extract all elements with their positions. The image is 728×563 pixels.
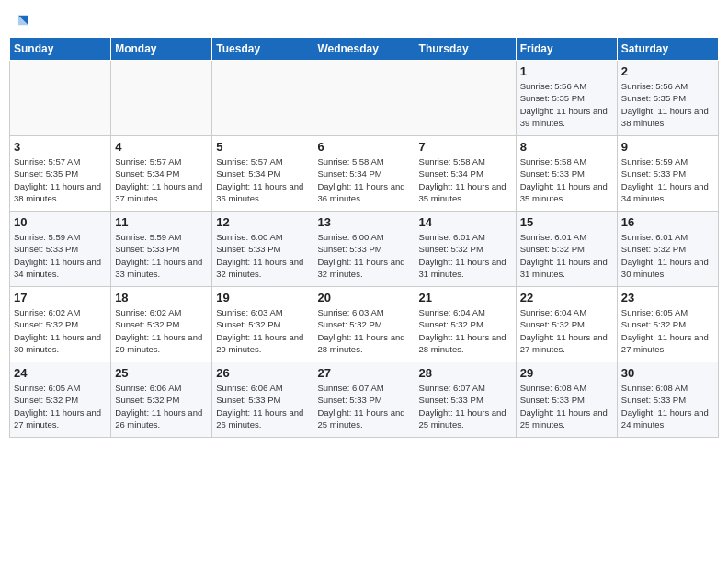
header-wednesday: Wednesday [313,38,415,61]
day-number: 8 [520,140,613,154]
day-info: Sunrise: 5:58 AM Sunset: 5:33 PM Dayligh… [520,155,613,204]
day-info: Sunrise: 6:01 AM Sunset: 5:32 PM Dayligh… [419,231,512,280]
calendar-cell: 16Sunrise: 6:01 AM Sunset: 5:32 PM Dayli… [617,212,718,287]
day-number: 12 [216,215,309,229]
day-number: 27 [317,366,410,380]
day-number: 22 [520,291,613,304]
day-number: 11 [115,215,208,229]
calendar-cell [111,61,212,136]
day-info: Sunrise: 5:59 AM Sunset: 5:33 PM Dayligh… [621,155,714,204]
calendar-cell [313,61,415,136]
day-info: Sunrise: 6:03 AM Sunset: 5:32 PM Dayligh… [317,306,410,355]
calendar-table: SundayMondayTuesdayWednesdayThursdayFrid… [9,37,719,438]
header-tuesday: Tuesday [212,38,313,61]
day-info: Sunrise: 6:02 AM Sunset: 5:32 PM Dayligh… [115,306,208,355]
calendar-cell: 4Sunrise: 5:57 AM Sunset: 5:34 PM Daylig… [111,136,212,212]
calendar-cell: 9Sunrise: 5:59 AM Sunset: 5:33 PM Daylig… [617,136,718,212]
calendar-cell: 14Sunrise: 6:01 AM Sunset: 5:32 PM Dayli… [415,212,516,287]
day-number: 7 [419,140,512,154]
day-number: 10 [14,215,107,229]
day-info: Sunrise: 6:06 AM Sunset: 5:33 PM Dayligh… [216,382,309,431]
day-number: 2 [621,64,714,78]
calendar-cell: 19Sunrise: 6:03 AM Sunset: 5:32 PM Dayli… [212,287,313,362]
day-info: Sunrise: 6:06 AM Sunset: 5:32 PM Dayligh… [115,382,208,431]
calendar-cell [415,61,516,136]
day-info: Sunrise: 5:56 AM Sunset: 5:35 PM Dayligh… [621,80,714,129]
day-info: Sunrise: 6:04 AM Sunset: 5:32 PM Dayligh… [419,306,512,355]
day-number: 5 [216,140,309,154]
calendar-cell: 13Sunrise: 6:00 AM Sunset: 5:33 PM Dayli… [313,212,415,287]
day-info: Sunrise: 5:56 AM Sunset: 5:35 PM Dayligh… [520,80,613,129]
calendar-cell: 20Sunrise: 6:03 AM Sunset: 5:32 PM Dayli… [313,287,415,362]
week-row-5: 24Sunrise: 6:05 AM Sunset: 5:32 PM Dayli… [10,362,719,438]
calendar-cell: 25Sunrise: 6:06 AM Sunset: 5:32 PM Dayli… [111,362,212,438]
day-info: Sunrise: 6:02 AM Sunset: 5:32 PM Dayligh… [14,306,107,355]
day-number: 15 [520,215,613,229]
calendar-cell: 2Sunrise: 5:56 AM Sunset: 5:35 PM Daylig… [617,61,718,136]
calendar-cell: 22Sunrise: 6:04 AM Sunset: 5:32 PM Dayli… [516,287,617,362]
day-info: Sunrise: 6:04 AM Sunset: 5:32 PM Dayligh… [520,306,613,355]
day-number: 9 [621,140,714,154]
calendar-cell: 27Sunrise: 6:07 AM Sunset: 5:33 PM Dayli… [313,362,415,438]
day-info: Sunrise: 6:08 AM Sunset: 5:33 PM Dayligh… [520,382,613,431]
header-sunday: Sunday [10,38,111,61]
day-info: Sunrise: 5:58 AM Sunset: 5:34 PM Dayligh… [317,155,410,204]
day-number: 3 [14,140,107,154]
day-number: 28 [419,366,512,380]
calendar-cell: 23Sunrise: 6:05 AM Sunset: 5:32 PM Dayli… [617,287,718,362]
logo [9,9,29,31]
day-number: 20 [317,291,410,304]
calendar-cell: 11Sunrise: 5:59 AM Sunset: 5:33 PM Dayli… [111,212,212,287]
calendar-cell: 24Sunrise: 6:05 AM Sunset: 5:32 PM Dayli… [10,362,111,438]
day-number: 13 [317,215,410,229]
day-info: Sunrise: 6:00 AM Sunset: 5:33 PM Dayligh… [216,231,309,280]
calendar-cell [212,61,313,136]
header-thursday: Thursday [415,38,516,61]
day-number: 24 [14,366,107,380]
day-info: Sunrise: 6:07 AM Sunset: 5:33 PM Dayligh… [419,382,512,431]
day-info: Sunrise: 5:59 AM Sunset: 5:33 PM Dayligh… [115,231,208,280]
day-info: Sunrise: 6:03 AM Sunset: 5:32 PM Dayligh… [216,306,309,355]
header-friday: Friday [516,38,617,61]
day-number: 1 [520,64,613,78]
calendar-cell: 30Sunrise: 6:08 AM Sunset: 5:33 PM Dayli… [617,362,718,438]
calendar-cell: 7Sunrise: 5:58 AM Sunset: 5:34 PM Daylig… [415,136,516,212]
week-row-4: 17Sunrise: 6:02 AM Sunset: 5:32 PM Dayli… [10,287,719,362]
day-number: 14 [419,215,512,229]
day-number: 21 [419,291,512,304]
day-number: 6 [317,140,410,154]
day-info: Sunrise: 6:00 AM Sunset: 5:33 PM Dayligh… [317,231,410,280]
calendar-cell: 1Sunrise: 5:56 AM Sunset: 5:35 PM Daylig… [516,61,617,136]
day-info: Sunrise: 6:05 AM Sunset: 5:32 PM Dayligh… [621,306,714,355]
calendar-cell: 18Sunrise: 6:02 AM Sunset: 5:32 PM Dayli… [111,287,212,362]
day-number: 16 [621,215,714,229]
day-number: 23 [621,291,714,304]
day-info: Sunrise: 5:57 AM Sunset: 5:34 PM Dayligh… [115,155,208,204]
calendar-cell: 8Sunrise: 5:58 AM Sunset: 5:33 PM Daylig… [516,136,617,212]
week-row-1: 1Sunrise: 5:56 AM Sunset: 5:35 PM Daylig… [10,61,719,136]
day-number: 18 [115,291,208,304]
logo-icon [11,13,29,31]
day-number: 17 [14,291,107,304]
calendar-cell: 5Sunrise: 5:57 AM Sunset: 5:34 PM Daylig… [212,136,313,212]
calendar-header-row: SundayMondayTuesdayWednesdayThursdayFrid… [10,38,719,61]
header-saturday: Saturday [617,38,718,61]
header-monday: Monday [111,38,212,61]
day-info: Sunrise: 5:57 AM Sunset: 5:34 PM Dayligh… [216,155,309,204]
calendar-cell: 6Sunrise: 5:58 AM Sunset: 5:34 PM Daylig… [313,136,415,212]
calendar-cell [10,61,111,136]
day-info: Sunrise: 6:05 AM Sunset: 5:32 PM Dayligh… [14,382,107,431]
calendar-cell: 3Sunrise: 5:57 AM Sunset: 5:35 PM Daylig… [10,136,111,212]
day-number: 19 [216,291,309,304]
page-header [9,9,719,31]
calendar-cell: 29Sunrise: 6:08 AM Sunset: 5:33 PM Dayli… [516,362,617,438]
day-number: 25 [115,366,208,380]
calendar-cell: 21Sunrise: 6:04 AM Sunset: 5:32 PM Dayli… [415,287,516,362]
day-number: 30 [621,366,714,380]
week-row-2: 3Sunrise: 5:57 AM Sunset: 5:35 PM Daylig… [10,136,719,212]
calendar-cell: 15Sunrise: 6:01 AM Sunset: 5:32 PM Dayli… [516,212,617,287]
calendar-cell: 17Sunrise: 6:02 AM Sunset: 5:32 PM Dayli… [10,287,111,362]
day-info: Sunrise: 6:01 AM Sunset: 5:32 PM Dayligh… [520,231,613,280]
day-info: Sunrise: 6:01 AM Sunset: 5:32 PM Dayligh… [621,231,714,280]
day-info: Sunrise: 5:59 AM Sunset: 5:33 PM Dayligh… [14,231,107,280]
